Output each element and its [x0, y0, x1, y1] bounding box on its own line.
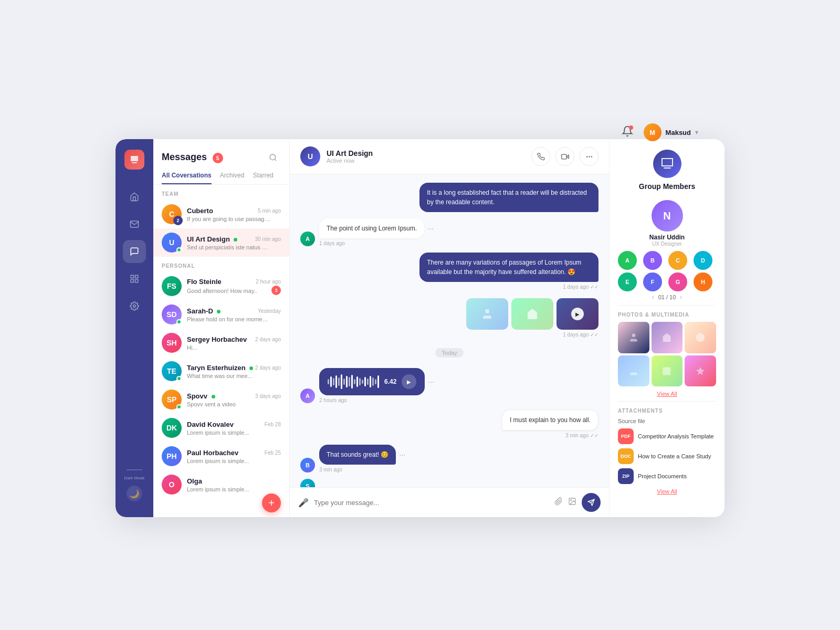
nav-icons — [123, 185, 146, 464]
conv-item-taryn[interactable]: TE Taryn Esterhuizen 2 days ago What tim… — [153, 357, 289, 385]
avatar-wrap-cuberto: C 2 — [162, 204, 182, 224]
conv-item-paul[interactable]: PH Paul Horbachev Feb 25 Lorem ipsum is … — [153, 442, 289, 470]
voice-call-button[interactable] — [531, 147, 550, 166]
image-icon[interactable] — [568, 497, 576, 508]
add-conversation-button[interactable]: + — [262, 494, 281, 512]
avatar-sergey: SH — [162, 333, 182, 353]
view-all-attachments-link[interactable]: View All — [618, 488, 716, 495]
conv-time-ui-art-design: 30 min ago — [255, 236, 281, 242]
photo-3[interactable] — [685, 322, 716, 353]
avatar-wrap-paul: PH — [162, 446, 182, 466]
source-file-label: Source file — [618, 418, 716, 424]
photo-2[interactable] — [652, 322, 683, 353]
conv-msg-sergey: Hi... — [187, 344, 271, 351]
search-button[interactable] — [265, 150, 281, 165]
avatar-wrap-david: DK — [162, 418, 182, 438]
conv-item-ui-art-design[interactable]: U UI Art Design 30 min ago Sed ut perspi… — [153, 228, 289, 257]
conv-item-olga[interactable]: O Olga Lorem ipsum is simple... + — [153, 470, 289, 517]
view-all-photos-link[interactable]: View All — [618, 391, 716, 397]
conv-name-ui-art-design: UI Art Design — [187, 235, 237, 243]
svg-rect-3 — [131, 280, 133, 282]
conversations-title: Messages — [162, 152, 207, 162]
avatar-wrap-flo: FS — [162, 276, 182, 296]
media-thumb-1[interactable] — [466, 298, 508, 330]
nav-messages[interactable] — [123, 240, 146, 263]
conv-item-sarah[interactable]: SD Sarah-D Yesterday Please hold on for … — [153, 300, 289, 329]
msg-time-8: 3 min ago — [319, 467, 405, 472]
wave-bar — [341, 374, 342, 389]
online-dot-taryn — [176, 376, 182, 381]
member-prev-button[interactable]: ‹ — [652, 293, 654, 301]
conv-top-paul: Paul Horbachev Feb 25 — [187, 449, 281, 457]
conv-time-spovv: 3 days ago — [255, 393, 281, 399]
conv-item-sergey[interactable]: SH Sergey Horbachev 2 days ago Hi... — [153, 329, 289, 357]
media-play-button[interactable]: ▶ — [571, 308, 584, 320]
group-header: Group Members — [618, 150, 716, 192]
conv-content-spovv: Spovv 3 days ago Spovv sent a video — [187, 392, 281, 407]
right-panel: Group Members N Nasir Uddin UX Designer … — [609, 139, 724, 517]
more-options-button[interactable] — [580, 147, 598, 166]
attachment-icon[interactable] — [554, 497, 563, 508]
conv-tabs: All Coversations Archived Starred — [153, 165, 289, 185]
conv-msg-spovv: Spovv sent a video — [187, 401, 271, 407]
notification-bell[interactable] — [622, 125, 633, 139]
conv-time-david: Feb 28 — [265, 422, 281, 427]
tab-starred[interactable]: Starred — [253, 172, 273, 184]
attachment-name-2: How to Create a Case Study — [638, 453, 711, 460]
photo-4[interactable] — [618, 355, 649, 387]
typing-avatar: S — [300, 479, 315, 487]
attachment-3[interactable]: ZIP Project Documents — [618, 468, 716, 484]
nav-email[interactable] — [123, 213, 146, 236]
conv-content-ui-art-design: UI Art Design 30 min ago Sed ut perspici… — [187, 235, 281, 250]
photo-1[interactable] — [618, 322, 649, 353]
conv-name-david: David Kovalev — [187, 421, 234, 428]
tab-archived[interactable]: Archived — [220, 172, 245, 184]
wave-bar — [370, 376, 371, 387]
conv-item-spovv[interactable]: SP Spovv 3 days ago Spovv sent a video — [153, 385, 289, 414]
svg-point-10 — [591, 156, 592, 156]
msg-options-8[interactable]: ··· — [399, 450, 405, 459]
nav-settings[interactable] — [123, 295, 146, 318]
chat-header-info: UI Art Design Active now — [327, 149, 373, 164]
nav-grid[interactable] — [123, 267, 146, 290]
conv-top-olga: Olga — [187, 477, 281, 485]
wave-bar — [351, 375, 353, 388]
conv-item-flo-steinle[interactable]: FS Flo Steinle 2 hour ago Good afternoon… — [153, 272, 289, 300]
conv-time-flo: 2 hour ago — [256, 279, 281, 285]
voice-play-button[interactable]: ▶ — [402, 374, 416, 389]
msg-time-voice: 2 hours ago — [319, 397, 434, 403]
media-thumb-3[interactable]: ▶ — [556, 298, 598, 330]
photo-6[interactable] — [685, 355, 716, 387]
conv-content-flo: Flo Steinle 2 hour ago Good afternoon! H… — [187, 278, 281, 295]
msg-avatar-voice: A — [300, 388, 315, 403]
message-input[interactable] — [314, 499, 549, 507]
member-next-button[interactable]: › — [680, 293, 682, 301]
attachment-1[interactable]: PDF Competitor Analysis Template — [618, 428, 716, 444]
member-avatar-2: B — [643, 251, 662, 270]
media-thumb-2[interactable] — [511, 298, 553, 330]
conv-item-cuberto[interactable]: C 2 Cuberto 5 min ago If you are going t… — [153, 200, 289, 228]
msg-options-2[interactable]: ··· — [427, 224, 434, 233]
video-call-button[interactable] — [555, 147, 574, 166]
msg-options-voice[interactable]: ··· — [428, 377, 434, 386]
member-grid: A B C D E F G H — [618, 251, 716, 291]
conv-top-flo: Flo Steinle 2 hour ago — [187, 278, 281, 286]
zip-icon: ZIP — [618, 468, 634, 484]
attachment-2[interactable]: DOC How to Create a Case Study — [618, 448, 716, 464]
message-2: A The point of using Lorem Ipsum. ··· 1 … — [300, 218, 598, 246]
conv-item-david[interactable]: DK David Kovalev Feb 28 Lorem ipsum is s… — [153, 414, 289, 442]
app-logo[interactable] — [124, 150, 144, 170]
message-voice: A — [300, 368, 598, 403]
photo-5[interactable] — [652, 355, 683, 387]
tab-all-conversations[interactable]: All Coversations — [162, 172, 212, 184]
user-chip[interactable]: M Maksud ▾ — [644, 123, 698, 141]
msg-content-7: I must explain to you how all. 3 min ago… — [502, 410, 598, 438]
send-button[interactable] — [582, 493, 601, 512]
msg-bubble-7: I must explain to you how all. — [502, 410, 598, 430]
microphone-icon[interactable]: 🎤 — [298, 498, 309, 508]
svg-point-11 — [586, 156, 587, 156]
online-dot-spovv — [176, 404, 182, 410]
attachment-name-1: Competitor Analysis Template — [638, 433, 714, 440]
nav-home[interactable] — [123, 185, 146, 208]
dark-mode-toggle[interactable]: 🌙 — [127, 486, 142, 501]
